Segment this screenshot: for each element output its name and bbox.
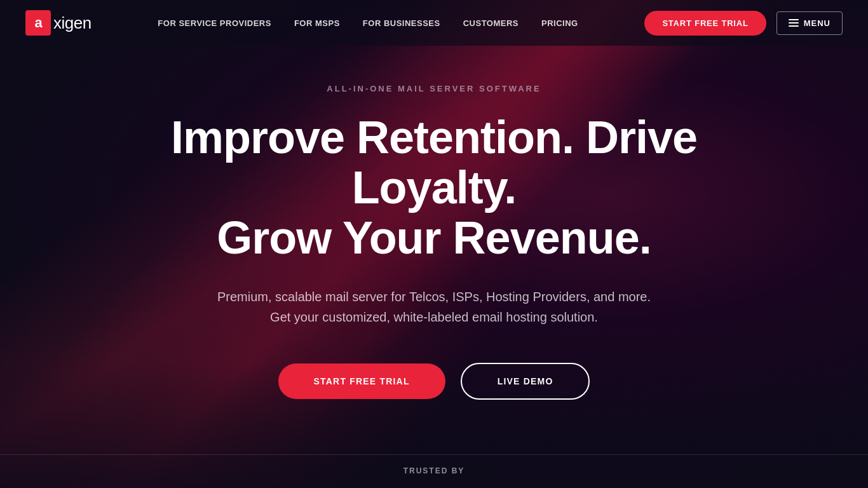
- hero-demo-button[interactable]: LIVE DEMO: [461, 363, 590, 400]
- hero-trial-button[interactable]: START FREE TRIAL: [278, 363, 445, 399]
- nav-trial-button[interactable]: START FREE TRIAL: [644, 11, 766, 36]
- hero-subtext: Premium, scalable mail server for Telcos…: [217, 287, 651, 327]
- logo-icon: a: [25, 10, 51, 36]
- nav-link-service-providers[interactable]: FOR SERVICE PROVIDERS: [158, 18, 271, 28]
- nav-links: FOR SERVICE PROVIDERS FOR MSPs FOR BUSIN…: [158, 17, 578, 29]
- trusted-divider: [0, 454, 868, 455]
- trusted-by-section: TRUSTED BY: [0, 466, 868, 488]
- hero-headline: Improve Retention. Drive Loyalty. Grow Y…: [148, 112, 720, 264]
- nav-menu-button[interactable]: MENU: [776, 11, 843, 35]
- main-nav: a xigen FOR SERVICE PROVIDERS FOR MSPs F…: [0, 0, 868, 46]
- nav-link-pricing[interactable]: PRICING: [541, 18, 578, 28]
- logo-text: xigen: [53, 13, 92, 33]
- logo[interactable]: a xigen: [25, 10, 92, 36]
- nav-link-customers[interactable]: CUSTOMERS: [463, 18, 519, 28]
- hero-section: ALL-IN-ONE MAIL SERVER SOFTWARE Improve …: [0, 46, 868, 425]
- nav-link-msps[interactable]: FOR MSPs: [294, 18, 340, 28]
- hero-eyebrow: ALL-IN-ONE MAIL SERVER SOFTWARE: [327, 84, 541, 93]
- menu-icon: [789, 19, 799, 27]
- trusted-by-label: TRUSTED BY: [0, 466, 868, 475]
- hero-buttons: START FREE TRIAL LIVE DEMO: [278, 363, 590, 400]
- nav-link-businesses[interactable]: FOR BUSINESSES: [363, 18, 440, 28]
- nav-right: START FREE TRIAL MENU: [644, 11, 843, 36]
